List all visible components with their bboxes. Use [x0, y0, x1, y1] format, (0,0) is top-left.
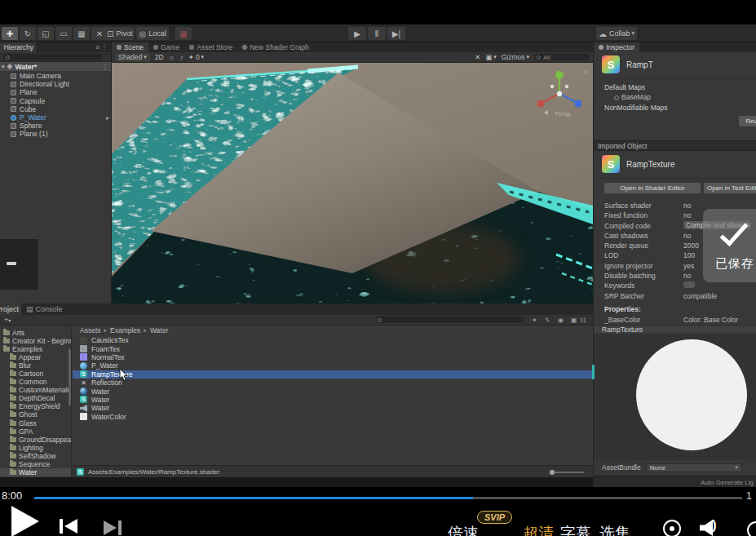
search-by-type-icon[interactable]: ✦ — [532, 317, 537, 324]
play-control-button[interactable]: ▶| — [387, 27, 405, 40]
base-map-row[interactable]: BaseMap — [614, 93, 651, 101]
open-text-editor-button[interactable]: Open in Text Editor — [704, 183, 756, 193]
hierarchy-item[interactable]: Main Camera — [0, 72, 112, 80]
view-tab[interactable]: Scene — [112, 42, 148, 52]
folder-item[interactable]: Water — [0, 468, 71, 476]
pivot-toggle[interactable]: ⊡ Pivot — [104, 27, 135, 40]
view-tab[interactable]: Game — [148, 42, 184, 52]
row-value[interactable]: no — [683, 232, 691, 240]
search-by-label-icon[interactable]: ✎ — [545, 317, 550, 324]
auto-generate-lighting[interactable]: Auto Generate Lig — [594, 476, 756, 487]
breadcrumb-water[interactable]: Water — [150, 326, 168, 334]
settings-icon[interactable] — [663, 520, 681, 536]
play-control-button[interactable]: Ⅱ — [368, 27, 386, 40]
file-item[interactable]: P_Water — [73, 361, 593, 370]
file-item[interactable]: CausticsTex — [73, 336, 593, 344]
collab-button[interactable]: ☁ Collab ▾ — [596, 27, 637, 40]
hierarchy-item[interactable]: Cube — [0, 105, 112, 113]
file-item[interactable]: WaterColor — [73, 413, 593, 421]
folder-item[interactable]: EnergyShield — [0, 402, 71, 410]
scene-search-input[interactable]: All — [534, 54, 590, 60]
grid-snap-button[interactable]: ▦ — [175, 27, 192, 40]
collapsed-side-panel[interactable] — [0, 238, 39, 290]
folder-item[interactable]: CustomMaterialGU — [0, 386, 71, 394]
folder-item[interactable]: Appear — [0, 353, 71, 361]
scene-menu-icon[interactable]: ⋮ — [102, 63, 109, 71]
file-item[interactable]: Water — [73, 387, 593, 395]
row-value[interactable]: 2000 — [683, 241, 699, 250]
hierarchy-lock-icon[interactable]: a — [96, 42, 99, 52]
hidden-count-icon[interactable]: ▣ — [571, 317, 577, 324]
folder-item[interactable]: Examples — [0, 345, 71, 353]
texture-preview-area[interactable] — [594, 335, 756, 460]
file-item[interactable]: NormalTex — [73, 353, 593, 361]
view-tab[interactable]: New Shader Graph — [237, 42, 314, 52]
video-progress-bar[interactable] — [34, 497, 742, 499]
gizmos-dropdown[interactable]: Gizmos▾ — [502, 53, 529, 61]
folder-item[interactable]: Ghost — [0, 410, 71, 419]
folder-item[interactable]: SelfShadow — [0, 452, 71, 460]
tab-project[interactable]: Project — [0, 303, 21, 315]
breadcrumb-assets[interactable]: Assets — [80, 326, 101, 334]
scene-viewport[interactable]: Persp — [112, 63, 593, 303]
revert-button[interactable]: Revert — [739, 116, 756, 126]
file-item[interactable]: Water — [73, 404, 593, 412]
folder-item[interactable]: Arts — [0, 329, 71, 337]
file-item[interactable]: Reflection — [73, 379, 593, 387]
thumbnail-size-slider[interactable] — [551, 472, 584, 473]
scene-audio-icon[interactable]: ♪ — [180, 53, 183, 61]
folder-item[interactable]: GPA — [0, 427, 71, 436]
episodes-button[interactable]: 选集 — [599, 523, 630, 536]
tree-scrollbar[interactable] — [69, 348, 71, 405]
play-control-button[interactable]: ▶ — [348, 27, 366, 40]
previous-episode-button[interactable] — [60, 519, 77, 534]
hierarchy-item[interactable]: P_Water — [0, 113, 112, 122]
hierarchy-item[interactable]: Sphere — [0, 122, 112, 130]
row-value[interactable]: no — [683, 202, 691, 210]
tool-button[interactable]: ▦ — [73, 27, 90, 40]
hierarchy-item[interactable]: Plane — [0, 88, 112, 96]
local-toggle[interactable]: ◎ Local — [136, 27, 168, 40]
create-asset-button[interactable]: +▾ — [4, 316, 11, 324]
folder-item[interactable]: Glass — [0, 419, 71, 427]
tool-button[interactable]: ✚ — [2, 27, 18, 40]
foldout-caret-icon[interactable]: ▾ — [2, 64, 5, 70]
open-shader-editor-button[interactable]: Open in Shader Editor — [604, 183, 701, 193]
file-item[interactable]: RampTexture — [73, 370, 593, 379]
hierarchy-item[interactable]: Plane (1) — [0, 130, 112, 138]
hierarchy-item[interactable]: Directional Light — [0, 80, 112, 88]
folder-item[interactable]: Blur — [0, 361, 71, 370]
playback-speed-button[interactable]: 倍速 — [448, 523, 479, 536]
search-save-icon[interactable]: ◉ — [558, 317, 564, 324]
quality-button[interactable]: 超清 — [523, 523, 554, 536]
folder-item[interactable]: Common — [0, 378, 71, 386]
tab-inspector[interactable]: Inspector — [594, 42, 639, 52]
shading-mode-dropdown[interactable]: Shaded▾ — [115, 53, 150, 62]
project-search-input[interactable] — [375, 317, 524, 323]
folder-item[interactable]: Cartoon — [0, 370, 71, 378]
video-play-button[interactable] — [11, 506, 39, 536]
row-value[interactable]: compatible — [683, 292, 717, 300]
row-value[interactable] — [683, 281, 695, 288]
subtitles-button[interactable]: 字幕 — [560, 523, 591, 536]
tab-console[interactable]: ▤ Console — [21, 303, 68, 315]
scene-tools-icon[interactable]: ✕ — [475, 53, 480, 61]
hierarchy-search[interactable] — [0, 52, 112, 62]
folder-item[interactable]: Creator Kit - Beginner — [0, 337, 71, 345]
volume-icon[interactable]: ) — [700, 520, 716, 536]
tool-button[interactable]: ▭ — [55, 27, 72, 40]
next-episode-button[interactable] — [104, 520, 122, 535]
scene-camera-dropdown[interactable]: ▣▾ — [485, 53, 497, 61]
more-options-icon[interactable] — [747, 521, 756, 536]
file-item[interactable]: Water — [73, 396, 593, 404]
scene-root-row[interactable]: ▾ Water* ⋮ — [0, 62, 112, 71]
folder-item[interactable]: DepthDecal — [0, 394, 71, 402]
scene-light-icon[interactable]: ☼ — [169, 53, 175, 61]
tab-hierarchy[interactable]: Hierarchy — [0, 42, 36, 52]
preview-header[interactable]: RampTexture — [594, 325, 756, 334]
folder-item[interactable]: GroundDisappear — [0, 436, 71, 444]
view-tab[interactable]: Asset Store — [184, 42, 237, 52]
breadcrumb-examples[interactable]: Examples — [110, 326, 140, 334]
hierarchy-menu-icon[interactable]: ⋮ — [101, 42, 108, 52]
folder-item[interactable]: Lighting — [0, 444, 71, 452]
